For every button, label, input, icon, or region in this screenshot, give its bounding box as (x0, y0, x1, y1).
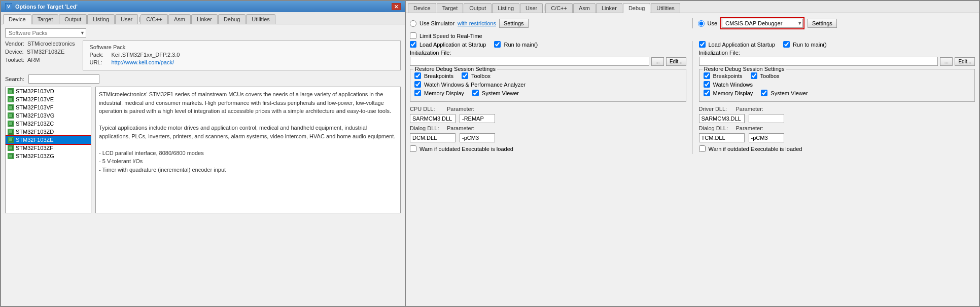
list-item[interactable]: STM32F103VF (6, 103, 91, 111)
list-item[interactable]: STM32F103ZF (6, 144, 91, 152)
simulator-settings-button[interactable]: Settings (499, 19, 529, 28)
url-link[interactable]: http://www.keil.com/pack/ (111, 59, 174, 65)
debugger-settings-button[interactable]: Settings (808, 19, 837, 28)
device-name: STM32F103VG (16, 112, 54, 119)
tab-utilities-right[interactable]: Utilities (651, 3, 680, 13)
right-warn-checkbox[interactable] (699, 145, 706, 152)
use-simulator-radio[interactable] (410, 20, 416, 27)
left-cpu-dll-inputs-row (410, 114, 686, 123)
right-watch-windows-checkbox[interactable] (704, 81, 710, 88)
left-init-file-row: ... Edit... (410, 57, 686, 66)
device-name: STM32F103ZC (16, 121, 54, 127)
left-cpu-dll-label: CPU DLL: (410, 106, 443, 112)
right-window: Device Target Output Listing User | C/C+… (406, 0, 980, 307)
left-cpu-dll-row: CPU DLL: Parameter: (410, 106, 686, 112)
right-init-file-label: Initialization File: (699, 50, 975, 56)
right-init-file-input[interactable] (699, 57, 938, 66)
with-restrictions-link[interactable]: with restrictions (458, 20, 496, 26)
left-dialog-param-label: Parameter: (447, 125, 474, 131)
right-toolbox-label: Toolbox (760, 73, 780, 79)
right-driver-param-label: Parameter: (736, 106, 763, 112)
left-dialog-dll-row: Dialog DLL: Parameter: (410, 125, 686, 131)
use-debugger-dropdown[interactable]: CMSIS-DAP Debugger (722, 19, 803, 28)
right-system-viewer-checkbox[interactable] (761, 90, 767, 96)
left-run-to-main-checkbox[interactable] (494, 41, 501, 48)
left-init-browse-button[interactable]: ... (651, 57, 664, 66)
right-dialog-param-input[interactable] (749, 133, 784, 142)
tab-target-right[interactable]: Target (437, 3, 464, 13)
tab-cpp-left[interactable]: C/C++ (141, 14, 168, 24)
search-input[interactable] (28, 74, 99, 84)
device-list[interactable]: STM32F103VD STM32F103VE STM32F103VF STM3… (5, 87, 91, 213)
right-init-edit-button[interactable]: Edit... (955, 57, 975, 66)
right-driver-dll-input[interactable] (699, 114, 745, 123)
tab-debug-right[interactable]: Debug (623, 3, 650, 13)
left-init-file-input[interactable] (410, 57, 649, 66)
left-watch-windows-checkbox[interactable] (414, 81, 421, 88)
tab-asm-right[interactable]: Asm (573, 3, 596, 13)
left-system-viewer-checkbox[interactable] (472, 90, 479, 96)
left-toolbox-label: Toolbox (471, 73, 491, 79)
tab-device-right[interactable]: Device (408, 3, 436, 13)
right-dialog-dll-input[interactable] (699, 133, 745, 142)
right-toolbox-row: Toolbox (751, 72, 780, 79)
right-init-browse-button[interactable]: ... (940, 57, 953, 66)
device-label: Device: (5, 49, 24, 55)
tab-linker-left[interactable]: Linker (191, 14, 218, 24)
list-item[interactable]: STM32F103ZD (6, 128, 91, 136)
tab-listing-left[interactable]: Listing (87, 14, 115, 24)
right-memory-display-checkbox[interactable] (704, 90, 710, 96)
use-debugger-radio[interactable] (698, 20, 705, 27)
tab-output-right[interactable]: Output (464, 3, 492, 13)
toolset-value: ARM (27, 57, 40, 63)
device-name: STM32F103VD (16, 88, 54, 94)
software-packs-dropdown[interactable]: Software Packs (5, 28, 86, 37)
device-icon (8, 145, 14, 151)
right-watch-windows-label: Watch Windows (713, 82, 753, 88)
limit-speed-checkbox[interactable] (410, 32, 416, 39)
left-warn-checkbox[interactable] (410, 145, 416, 152)
tab-debug-left[interactable]: Debug (218, 14, 246, 24)
left-run-to-main-label: Run to main() (504, 42, 538, 48)
left-memory-display-row: Memory Display (414, 90, 464, 96)
close-button[interactable]: ✕ (392, 3, 401, 10)
right-warn-label: Warn if outdated Executable is loaded (709, 146, 802, 152)
tab-linker-right[interactable]: Linker (596, 3, 622, 13)
pack-value: Keil.STM32F1xx_DFP.2.3.0 (111, 52, 180, 58)
left-restore-group: Restore Debug Session Settings Breakpoin… (410, 69, 686, 102)
left-breakpoints-checkbox[interactable] (414, 72, 421, 79)
device-row: Device: STM32F103ZE (5, 49, 75, 55)
left-init-edit-button[interactable]: Edit... (666, 57, 686, 66)
left-cpu-dll-input[interactable] (410, 114, 456, 123)
tab-cpp-right[interactable]: C/C++ (545, 3, 573, 13)
right-toolbox-checkbox[interactable] (751, 72, 757, 79)
list-item[interactable]: STM32F103VE (6, 95, 91, 103)
left-dialog-dll-input[interactable] (410, 133, 456, 142)
left-toolbox-checkbox[interactable] (462, 72, 468, 79)
right-breakpoints-checkbox[interactable] (704, 72, 710, 79)
tab-output-left[interactable]: Output (59, 14, 87, 24)
right-driver-param-input[interactable] (749, 114, 784, 123)
tab-user-left[interactable]: User (115, 14, 138, 24)
right-driver-dll-row: Driver DLL: Parameter: (699, 106, 975, 112)
list-item[interactable]: STM32F103VD (6, 87, 91, 95)
list-item[interactable]: STM32F103ZC (6, 120, 91, 128)
tab-asm-left[interactable]: Asm (168, 14, 191, 24)
left-cpu-param-input[interactable] (460, 114, 495, 123)
left-dialog-param-input[interactable] (460, 133, 495, 142)
tab-utilities-left[interactable]: Utilities (246, 14, 275, 24)
left-breakpoints-label: Breakpoints (424, 73, 453, 79)
tab-listing-right[interactable]: Listing (492, 3, 519, 13)
left-memory-display-checkbox[interactable] (414, 90, 421, 96)
selected-device-item[interactable]: STM32F103ZE (6, 136, 91, 144)
device-name: STM32F103ZD (16, 129, 54, 135)
left-load-app-checkbox[interactable] (410, 41, 416, 48)
tab-target-left[interactable]: Target (32, 14, 59, 24)
right-load-app-checkbox[interactable] (699, 41, 706, 48)
right-run-to-main-checkbox[interactable] (783, 41, 790, 48)
tab-device-left[interactable]: Device (3, 14, 31, 24)
device-icon (8, 137, 14, 143)
list-item[interactable]: STM32F103ZG (6, 152, 91, 160)
list-item[interactable]: STM32F103VG (6, 111, 91, 120)
tab-user-right[interactable]: User (520, 3, 543, 13)
